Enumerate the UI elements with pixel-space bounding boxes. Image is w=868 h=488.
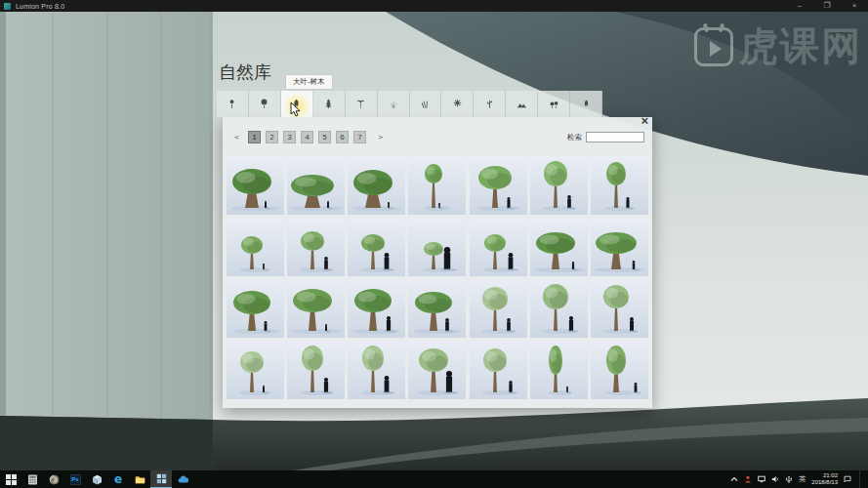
tray-usb-icon[interactable] xyxy=(785,475,793,483)
tray-chevron-up-icon[interactable] xyxy=(730,475,738,483)
taskbar-lumion-active[interactable] xyxy=(150,470,172,488)
tree-grid xyxy=(227,156,648,399)
conifer-icon xyxy=(322,98,335,110)
tab-reeds[interactable] xyxy=(410,91,442,117)
tab-conifer[interactable] xyxy=(313,91,346,117)
page-button-3[interactable]: 3 xyxy=(283,131,296,143)
cube-icon xyxy=(92,474,103,485)
tree-thumbnail-27[interactable] xyxy=(530,341,588,399)
taskbar-edge[interactable]: e xyxy=(107,470,129,488)
tree-thumbnail-28[interactable] xyxy=(591,341,648,399)
tree-thumbnail-5[interactable] xyxy=(470,156,527,215)
page-buttons: 1234567 xyxy=(243,131,366,143)
next-page-button[interactable]: > xyxy=(374,131,387,143)
taskbar-calculator[interactable] xyxy=(21,470,43,488)
page-button-2[interactable]: 2 xyxy=(266,131,278,143)
rocks-icon xyxy=(516,98,528,110)
tree-thumbnail-15[interactable] xyxy=(227,279,284,338)
minimize-button[interactable]: – xyxy=(786,0,813,12)
tab-broadleaf[interactable] xyxy=(281,91,313,117)
tree-thumbnail-26[interactable] xyxy=(470,341,527,399)
tree-thumbnail-4[interactable] xyxy=(408,156,466,215)
tree-cluster-icon xyxy=(548,98,560,110)
clock-time: 21:02 xyxy=(811,472,838,479)
tree-thumbnail-24[interactable] xyxy=(348,341,405,399)
tree-thumbnail-12[interactable] xyxy=(470,218,527,276)
branch-icon xyxy=(483,98,496,110)
window-title: Lumion Pro 8.0 xyxy=(16,3,64,10)
tree-thumbnail-16[interactable] xyxy=(287,279,345,338)
tab-rocks[interactable] xyxy=(506,91,538,117)
tab-branch[interactable] xyxy=(474,91,506,117)
tree-thumbnail-20[interactable] xyxy=(530,279,588,338)
tab-palm[interactable] xyxy=(346,91,378,117)
tab-sapling[interactable] xyxy=(217,91,249,117)
tree-thumbnail-19[interactable] xyxy=(470,279,527,338)
close-window-button[interactable]: × xyxy=(841,0,868,12)
tree-thumbnail-21[interactable] xyxy=(591,279,648,338)
tree-thumbnail-14[interactable] xyxy=(591,218,648,276)
page-button-4[interactable]: 4 xyxy=(301,131,313,143)
leaf-icon xyxy=(580,98,593,110)
lumion-app-icon xyxy=(4,3,11,10)
tray-volume-icon[interactable] xyxy=(771,475,779,483)
grass-icon xyxy=(387,98,399,110)
reeds-icon xyxy=(419,98,432,110)
folder-icon xyxy=(135,474,145,485)
taskbar-cloud-app[interactable] xyxy=(172,470,193,488)
tree-thumbnail-17[interactable] xyxy=(348,279,405,338)
page-button-5[interactable]: 5 xyxy=(318,131,331,143)
windows-logo-icon xyxy=(6,474,17,485)
watermark: 虎课网 xyxy=(694,20,862,73)
tree-thumbnail-7[interactable] xyxy=(591,156,648,215)
library-title: 自然库 xyxy=(219,61,271,84)
tray-ime-indicator[interactable]: 英 xyxy=(799,474,806,484)
tree-thumbnail-9[interactable] xyxy=(287,218,345,276)
sapling-icon xyxy=(226,98,238,110)
cloud-icon xyxy=(178,474,188,485)
close-panel-button[interactable]: × xyxy=(641,113,648,128)
tab-leaf[interactable] xyxy=(570,91,602,117)
taskbar-photoshop[interactable]: Ps xyxy=(64,470,86,488)
deciduous-tree-icon xyxy=(258,98,270,110)
tree-thumbnail-11[interactable] xyxy=(408,218,466,276)
tree-thumbnail-8[interactable] xyxy=(227,218,284,276)
tray-display-icon[interactable] xyxy=(758,475,765,483)
tree-thumbnail-18[interactable] xyxy=(408,279,466,338)
taskbar-3d-viewer[interactable] xyxy=(86,470,107,488)
tree-thumbnail-23[interactable] xyxy=(287,341,345,399)
page-button-1[interactable]: 1 xyxy=(248,131,261,143)
tree-thumbnail-25[interactable] xyxy=(408,341,466,399)
pagination-row: < 1234567 > 检索 xyxy=(230,130,644,144)
page-button-7[interactable]: 7 xyxy=(353,131,366,143)
tree-thumbnail-6[interactable] xyxy=(530,156,588,215)
search-label: 检索 xyxy=(567,133,582,142)
tree-thumbnail-3[interactable] xyxy=(348,156,405,215)
show-desktop-button[interactable] xyxy=(859,470,862,488)
palm-icon xyxy=(354,98,367,110)
tab-flower[interactable] xyxy=(441,91,474,117)
tree-thumbnail-1[interactable] xyxy=(227,156,284,215)
system-tray: 英 21:02 2018/8/13 xyxy=(730,470,868,488)
taskbar-clock[interactable]: 21:02 2018/8/13 xyxy=(811,472,838,486)
prev-page-button[interactable]: < xyxy=(230,131,243,143)
desktop: Lumion Pro 8.0 – ❐ × xyxy=(0,0,868,488)
action-center-icon[interactable] xyxy=(844,475,851,483)
flower-icon xyxy=(451,98,464,110)
tree-thumbnail-2[interactable] xyxy=(287,156,345,215)
tab-tree-cluster[interactable] xyxy=(538,91,570,117)
tray-security-icon[interactable] xyxy=(744,475,752,483)
category-tag: 大叶-树木 xyxy=(285,74,333,90)
tree-thumbnail-22[interactable] xyxy=(227,341,284,399)
tree-thumbnail-10[interactable] xyxy=(348,218,405,276)
edge-icon: e xyxy=(114,474,122,485)
taskbar-media-player[interactable] xyxy=(43,470,64,488)
tab-deciduous-tree[interactable] xyxy=(249,91,281,117)
search-input[interactable] xyxy=(586,132,644,142)
tab-grass[interactable] xyxy=(378,91,410,117)
taskbar-start[interactable] xyxy=(0,470,21,488)
maximize-button[interactable]: ❐ xyxy=(813,0,841,12)
taskbar-file-explorer[interactable] xyxy=(129,470,150,488)
tree-thumbnail-13[interactable] xyxy=(530,218,588,276)
page-button-6[interactable]: 6 xyxy=(336,131,349,143)
